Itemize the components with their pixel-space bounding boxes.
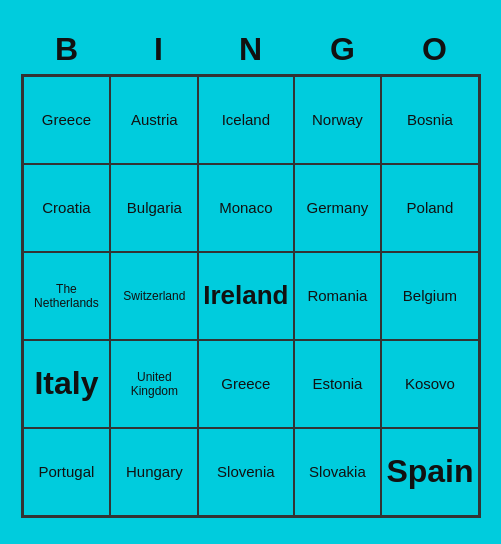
cell-r3-c4: Kosovo bbox=[381, 340, 478, 428]
cell-r0-c0: Greece bbox=[23, 76, 111, 164]
cell-r2-c4: Belgium bbox=[381, 252, 478, 340]
bingo-header-letter: G bbox=[297, 27, 389, 72]
cell-r1-c1: Bulgaria bbox=[110, 164, 198, 252]
cell-r4-c0: Portugal bbox=[23, 428, 111, 516]
bingo-header: BINGO bbox=[21, 27, 481, 72]
bingo-grid: GreeceAustriaIcelandNorwayBosniaCroatiaB… bbox=[21, 74, 481, 518]
bingo-header-letter: I bbox=[113, 27, 205, 72]
cell-r4-c1: Hungary bbox=[110, 428, 198, 516]
cell-r2-c0: The Netherlands bbox=[23, 252, 111, 340]
cell-r2-c3: Romania bbox=[294, 252, 382, 340]
cell-r4-c4: Spain bbox=[381, 428, 478, 516]
bingo-header-letter: O bbox=[389, 27, 481, 72]
cell-r4-c3: Slovakia bbox=[294, 428, 382, 516]
bingo-header-letter: B bbox=[21, 27, 113, 72]
cell-r0-c4: Bosnia bbox=[381, 76, 478, 164]
cell-r1-c4: Poland bbox=[381, 164, 478, 252]
cell-r1-c2: Monaco bbox=[198, 164, 293, 252]
cell-r3-c2: Greece bbox=[198, 340, 293, 428]
cell-r2-c2: Ireland bbox=[198, 252, 293, 340]
cell-r1-c3: Germany bbox=[294, 164, 382, 252]
cell-r3-c1: United Kingdom bbox=[110, 340, 198, 428]
cell-r4-c2: Slovenia bbox=[198, 428, 293, 516]
cell-r1-c0: Croatia bbox=[23, 164, 111, 252]
cell-r0-c3: Norway bbox=[294, 76, 382, 164]
cell-r0-c1: Austria bbox=[110, 76, 198, 164]
cell-r3-c0: Italy bbox=[23, 340, 111, 428]
cell-r0-c2: Iceland bbox=[198, 76, 293, 164]
bingo-header-letter: N bbox=[205, 27, 297, 72]
cell-r2-c1: Switzerland bbox=[110, 252, 198, 340]
bingo-card: BINGO GreeceAustriaIcelandNorwayBosniaCr… bbox=[11, 17, 491, 528]
cell-r3-c3: Estonia bbox=[294, 340, 382, 428]
